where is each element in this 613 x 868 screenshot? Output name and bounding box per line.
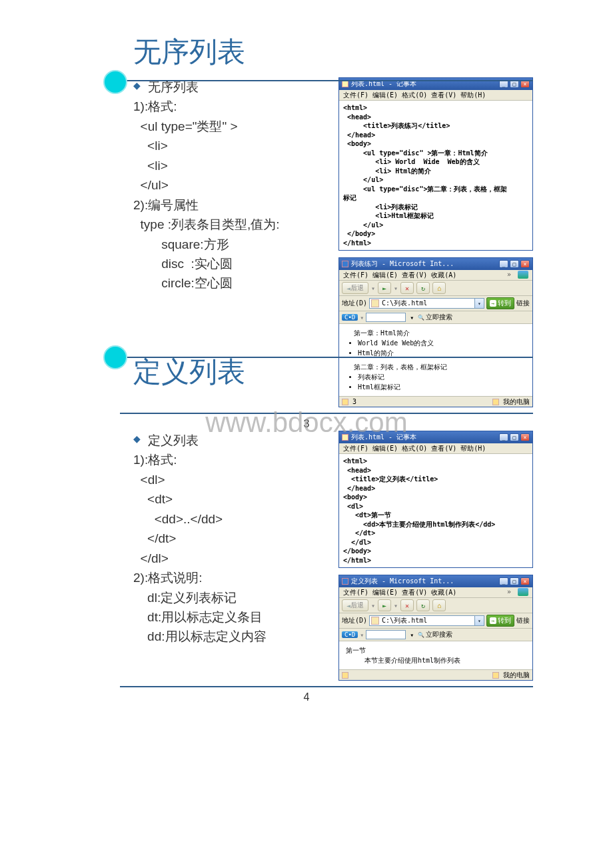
go-button[interactable]: 转到 (486, 615, 514, 627)
notepad-content[interactable]: <html> <head> <title>定义列表</title> </head… (339, 454, 532, 567)
computer-icon (492, 672, 499, 679)
ie-toolbar: ◄ 后退 ▾ ► ▾ ✕ ↻ ⌂ (339, 281, 532, 296)
window-title: 列表练习 - Microsoft Int... (351, 259, 454, 269)
chevron-icon[interactable]: » (507, 588, 511, 597)
cnd-badge[interactable]: C•D (342, 314, 358, 321)
minimize-button[interactable]: _ (499, 577, 508, 585)
refresh-button[interactable]: ↻ (416, 282, 430, 294)
minimize-button[interactable]: _ (499, 260, 508, 268)
bullet-subtitle: 无序列表 (133, 77, 326, 97)
window-title: 列表.html - 记事本 (351, 433, 416, 442)
refresh-button[interactable]: ↻ (416, 599, 430, 611)
menubar[interactable]: 文件(F) 编辑(E) 查看(V) 收藏(A) » (339, 587, 532, 598)
window-title: 定义列表 - Microsoft Int... (351, 577, 454, 586)
page-number: 4 (0, 691, 613, 703)
maximize-button[interactable]: □ (510, 260, 519, 268)
notepad-window: 列表.html - 记事本 _ □ × 文件(F) 编辑(E) 格式(O) 查看… (338, 431, 533, 568)
notepad-icon (342, 434, 348, 441)
slide-title: 定义列表 (133, 353, 613, 391)
menubar[interactable]: 文件(F) 编辑(E) 查看(V) 收藏(A) » (339, 270, 532, 281)
menubar[interactable]: 文件(F) 编辑(E) 格式(O) 查看(V) 帮助(H) (339, 90, 532, 101)
home-button[interactable]: ⌂ (432, 282, 446, 294)
statusbar: 我的电脑 (339, 669, 532, 680)
search-input[interactable] (366, 313, 406, 322)
stop-button[interactable]: ✕ (400, 599, 414, 611)
address-label: 地址(D) (342, 299, 367, 308)
titlebar[interactable]: 定义列表 - Microsoft Int... _ □ × (339, 575, 532, 587)
address-combo[interactable]: ▾ (369, 298, 484, 309)
cnd-badge[interactable]: C•D (342, 631, 358, 638)
chevron-icon[interactable]: » (507, 271, 511, 279)
search-button[interactable]: 立即搜索 (418, 313, 452, 322)
notepad-window: 列表.html - 记事本 _ □ × 文件(F) 编辑(E) 格式(O) 查看… (338, 77, 533, 251)
bullet-dot-icon (103, 70, 127, 94)
maximize-button[interactable]: □ (510, 433, 519, 441)
slide-1: 无序列表 无序列表 1):格式: <ul type="类型" > <li> <l… (0, 0, 613, 313)
minimize-button[interactable]: _ (499, 433, 508, 441)
links-label[interactable]: 链接 (516, 299, 530, 308)
address-label: 地址(D) (342, 616, 367, 625)
address-dropdown[interactable]: ▾ (474, 616, 484, 625)
forward-button[interactable]: ► (378, 282, 391, 294)
back-button[interactable]: ◄ 后退 (342, 282, 368, 294)
page-icon (371, 299, 379, 307)
menubar[interactable]: 文件(F) 编辑(E) 格式(O) 查看(V) 帮助(H) (339, 443, 532, 454)
address-dropdown[interactable]: ▾ (474, 299, 484, 308)
search-dropdown[interactable]: ▾ (408, 314, 416, 321)
notepad-icon (342, 81, 348, 87)
bullet-dot-icon (103, 345, 127, 369)
titlebar[interactable]: 列表.html - 记事本 _ □ × (339, 431, 532, 443)
address-input[interactable] (380, 299, 474, 308)
close-button[interactable]: × (520, 433, 530, 441)
ie-toolbar: ◄ 后退 ▾ ► ▾ ✕ ↻ ⌂ (339, 598, 532, 613)
bullet-subtitle: 定义列表 (133, 431, 326, 450)
page-content: 第一节 本节主要介绍使用html制作列表 (339, 641, 532, 669)
slide-body: 定义列表 1):格式: <dl> <dt> <dd>..</dd> </dt> … (133, 431, 326, 681)
ie-logo-icon (518, 271, 528, 279)
ie-icon (342, 578, 348, 585)
links-label[interactable]: 链接 (516, 616, 530, 625)
search-input[interactable] (366, 630, 406, 639)
search-dropdown[interactable]: ▾ (408, 631, 416, 639)
search-button[interactable]: 立即搜索 (418, 630, 452, 639)
ie-logo-icon (518, 588, 528, 596)
home-button[interactable]: ⌂ (432, 599, 446, 611)
address-combo[interactable]: ▾ (369, 615, 484, 626)
maximize-button[interactable]: □ (510, 577, 519, 585)
notepad-content[interactable]: <html> <head> <title>列表练习</title> </head… (339, 101, 532, 250)
go-button[interactable]: 转到 (486, 297, 514, 309)
slide-title: 无序列表 (133, 33, 613, 71)
stop-button[interactable]: ✕ (400, 282, 414, 294)
close-button[interactable]: × (520, 260, 530, 268)
slide-2: 定义列表 定义列表 1):格式: <dl> <dt> <dd>..</dd> <… (0, 333, 613, 647)
forward-button[interactable]: ► (378, 599, 391, 611)
back-button[interactable]: ◄ 后退 (342, 599, 368, 611)
doc-icon (342, 672, 348, 679)
ie-icon (342, 261, 348, 267)
ie-window: 定义列表 - Microsoft Int... _ □ × 文件(F) 编辑(E… (338, 575, 533, 681)
page-icon (371, 617, 379, 625)
titlebar[interactable]: 列表练习 - Microsoft Int... _ □ × (339, 258, 532, 270)
address-input[interactable] (380, 616, 474, 625)
close-button[interactable]: × (520, 577, 530, 585)
